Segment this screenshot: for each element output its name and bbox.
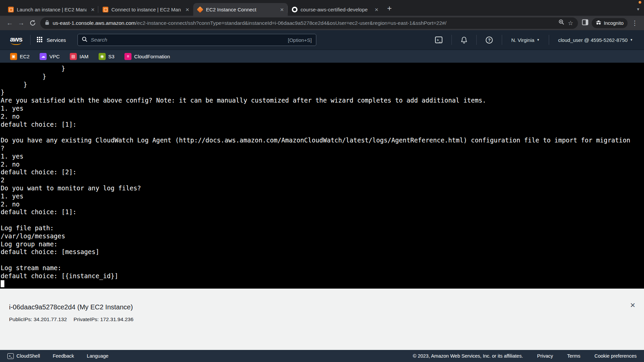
favorite-label: CloudFormation	[134, 54, 170, 59]
vpc-service-icon: ☁	[40, 53, 47, 60]
side-panel-icon[interactable]	[582, 19, 588, 27]
header-right-controls: >_ ? N. Virginia ▼ cloud_user @ 4595-526…	[429, 35, 639, 45]
forward-icon[interactable]: →	[15, 19, 27, 27]
tab-launch-instance[interactable]: Launch an instance | EC2 Mana ×	[4, 3, 99, 16]
favorite-ec2[interactable]: ▣ EC2	[10, 53, 30, 60]
services-label: Services	[47, 37, 66, 43]
console-footer: >_ CloudShell Feedback Language © 2023, …	[0, 350, 644, 362]
tab-title: EC2 Instance Connect	[206, 7, 276, 12]
chevron-down-icon: ▼	[630, 38, 633, 42]
bookmark-star-icon[interactable]: ☆	[568, 19, 573, 27]
tab-close-icon[interactable]: ×	[184, 6, 191, 13]
privacy-link[interactable]: Privacy	[537, 353, 553, 359]
incognito-label: Incognito	[604, 20, 624, 26]
address-bar[interactable]: us-east-1.console.aws.amazon.com/ec2-ins…	[40, 17, 578, 29]
reload-icon[interactable]	[27, 20, 38, 26]
instance-ips: PublicIPs: 34.201.77.132 PrivateIPs: 172…	[9, 316, 644, 322]
url-path: /ec2-instance-connect/ssh?connType=stand…	[136, 20, 446, 26]
browser-menu-icon[interactable]: ⋮	[630, 19, 640, 27]
feedback-link[interactable]: Feedback	[53, 353, 74, 359]
tab-github-course[interactable]: course-aws-certified-develope ×	[288, 3, 382, 16]
url-domain: us-east-1.console.aws.amazon.com	[53, 20, 136, 26]
public-ip: PublicIPs: 34.201.77.132	[9, 316, 67, 322]
instance-title: i-06daac9a5278ce2d4 (My EC2 Instance)	[9, 303, 644, 311]
favorite-iam[interactable]: ▤ IAM	[70, 53, 89, 60]
console-search-box[interactable]: [Option+S]	[77, 34, 316, 46]
region-selector[interactable]: N. Virginia ▼	[505, 37, 545, 43]
favorite-label: VPC	[49, 54, 60, 59]
ec2-favicon	[8, 7, 14, 12]
back-icon[interactable]: ←	[4, 19, 15, 27]
favorite-vpc[interactable]: ☁ VPC	[40, 53, 60, 60]
tab-close-icon[interactable]: ×	[373, 6, 380, 13]
url-text: us-east-1.console.aws.amazon.com/ec2-ins…	[53, 20, 555, 26]
zoom-icon[interactable]	[558, 19, 565, 27]
tab-title: Connect to instance | EC2 Man	[111, 7, 181, 12]
tab-close-icon[interactable]: ×	[279, 6, 285, 13]
divider	[549, 35, 549, 45]
s3-service-icon: ◉	[99, 53, 106, 60]
cloudshell-label: CloudShell	[16, 353, 40, 359]
favorite-label: IAM	[79, 54, 89, 59]
tab-title: course-aws-certified-develope	[301, 7, 370, 12]
tab-connect-instance[interactable]: Connect to instance | EC2 Man ×	[99, 3, 193, 16]
screen-indicator-dot	[639, 1, 641, 4]
favorites-bar: ▣ EC2 ☁ VPC ▤ IAM ◉ S3 ≡ CloudFormation	[0, 50, 644, 63]
notifications-bell-icon[interactable]	[455, 37, 473, 44]
cookie-preferences-link[interactable]: Cookie preferences	[594, 353, 637, 359]
ec2-connect-cube-favicon	[197, 6, 204, 13]
tab-close-icon[interactable]: ×	[90, 6, 96, 13]
terminal-cursor	[1, 280, 4, 287]
iam-service-icon: ▤	[70, 53, 77, 60]
divider	[30, 35, 31, 45]
search-icon	[82, 37, 88, 44]
favorite-cloudformation[interactable]: ≡ CloudFormation	[124, 53, 170, 60]
browser-toolbar: ← → us-east-1.console.aws.amazon.com/ec2…	[0, 16, 644, 30]
github-favicon	[292, 7, 298, 12]
aws-console-header: aws Services [Option+S] >_ ? N. Virgin	[0, 30, 644, 50]
cloudshell-icon: >_	[7, 353, 14, 359]
ec2-service-icon: ▣	[10, 53, 17, 60]
cloudshell-footer-button[interactable]: >_ CloudShell	[7, 353, 40, 359]
private-ip: PrivateIPs: 172.31.94.236	[73, 316, 133, 322]
cloudformation-service-icon: ≡	[124, 53, 131, 60]
aws-logo[interactable]: aws	[9, 35, 23, 45]
services-grid-icon	[37, 37, 38, 38]
favorite-label: S3	[108, 54, 114, 59]
divider	[502, 35, 502, 45]
terminal-output: } } } } Are you satisfied with the above…	[1, 65, 644, 280]
terminal[interactable]: } } } } Are you satisfied with the above…	[0, 63, 644, 289]
search-input[interactable]	[91, 37, 285, 43]
help-icon[interactable]: ?	[480, 37, 498, 44]
favorite-s3[interactable]: ◉ S3	[99, 53, 114, 60]
chevron-down-icon: ▼	[537, 38, 540, 42]
footer-right: © 2023, Amazon Web Services, Inc. or its…	[413, 353, 637, 359]
cloudshell-terminal-icon[interactable]: >_	[429, 37, 448, 43]
terms-link[interactable]: Terms	[567, 353, 580, 359]
account-label: cloud_user @ 4595-5262-8750	[558, 37, 628, 43]
divider	[476, 35, 477, 45]
screen: Launch an instance | EC2 Mana × Connect …	[0, 0, 644, 362]
favorite-label: EC2	[20, 54, 30, 59]
language-link[interactable]: Language	[87, 353, 109, 359]
ec2-favicon	[103, 7, 108, 12]
copyright-text: © 2023, Amazon Web Services, Inc. or its…	[413, 353, 523, 359]
browser-tab-strip: Launch an instance | EC2 Mana × Connect …	[0, 0, 644, 16]
new-tab-button[interactable]: +	[387, 4, 392, 13]
tab-overflow-chevron-icon[interactable]: ▾	[637, 6, 639, 12]
search-shortcut-hint: [Option+S]	[288, 37, 312, 43]
account-menu[interactable]: cloud_user @ 4595-5262-8750 ▼	[552, 37, 639, 43]
region-label: N. Virginia	[511, 37, 534, 43]
panel-close-icon[interactable]: ×	[630, 301, 635, 309]
incognito-badge: Incognito	[592, 18, 628, 28]
divider	[451, 35, 452, 45]
tab-title: Launch an instance | EC2 Mana	[17, 7, 87, 12]
aws-logo-text: aws	[10, 35, 22, 43]
lock-icon	[45, 20, 49, 26]
services-menu-button[interactable]: Services	[34, 37, 69, 43]
incognito-icon	[596, 20, 601, 26]
tab-ec2-instance-connect[interactable]: EC2 Instance Connect ×	[193, 3, 288, 16]
instance-info-panel: i-06daac9a5278ce2d4 (My EC2 Instance) Pu…	[0, 289, 644, 350]
